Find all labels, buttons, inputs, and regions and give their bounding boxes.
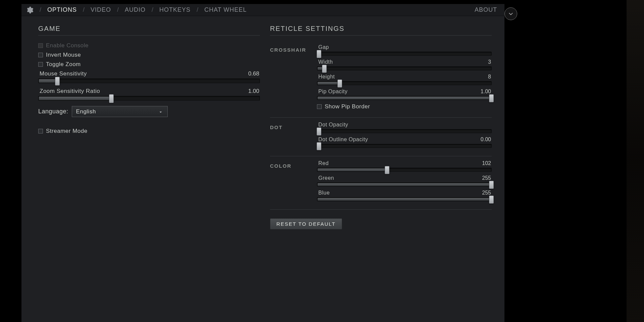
slider-thumb[interactable] [489,181,494,189]
slider-track[interactable] [317,182,492,186]
checkbox-label: Toggle Zoom [46,61,81,68]
slider-label: Gap [318,44,329,50]
tab-video[interactable]: VIDEO [87,6,115,13]
slider-fill [318,183,492,186]
slider-track[interactable] [38,96,260,101]
top-bar: / OPTIONS / VIDEO / AUDIO / HOTKEYS / CH… [21,4,504,16]
slider-thumb[interactable] [322,65,327,73]
settings-panel: / OPTIONS / VIDEO / AUDIO / HOTKEYS / CH… [21,4,504,322]
panel-collapse-button[interactable] [504,7,517,20]
slider-track[interactable] [317,52,492,56]
language-select[interactable]: English [72,106,168,117]
pip-opacity-slider[interactable]: Pip Opacity 1.00 [317,89,492,100]
language-label: Language: [38,108,68,115]
height-slider[interactable]: Height 8 [317,74,492,85]
content-area: GAME Enable Console Invert Mouse Toggle … [21,16,504,229]
chevron-down-icon [158,109,163,115]
tab-hotkeys[interactable]: HOTKEYS [155,6,195,13]
slider-value: 8 [488,74,491,80]
background-left-strip [0,0,22,322]
group-name: CROSSHAIR [270,47,317,53]
blue-slider[interactable]: Blue 255 [317,190,492,201]
slider-track[interactable] [317,129,492,133]
slider-thumb[interactable] [317,127,321,136]
tab-bar: / OPTIONS / VIDEO / AUDIO / HOTKEYS / CH… [38,6,471,13]
slider-value: 102 [482,160,491,166]
dot-outline-opacity-slider[interactable]: Dot Outline Opacity 0.00 [317,137,492,148]
tab-divider: / [81,6,87,13]
language-row: Language: English [38,106,260,117]
streamer-mode-checkbox[interactable]: Streamer Mode [38,128,260,135]
slider-label: Height [318,74,335,80]
zoom-sensitivity-slider[interactable]: Zoom Sensitivity Ratio 1.00 [38,88,260,101]
slider-fill [318,168,387,171]
tab-audio[interactable]: AUDIO [121,6,150,13]
chevron-down-icon [508,11,514,17]
reticle-column: RETICLE SETTINGS CROSSHAIR Gap [270,25,492,229]
reset-to-default-button[interactable]: RESET TO DEFAULT [270,218,342,229]
checkbox-label: Invert Mouse [46,52,81,58]
slider-label: Dot Outline Opacity [318,137,368,143]
slider-value: 1.00 [248,88,259,95]
slider-track[interactable] [317,197,492,201]
red-slider[interactable]: Red 102 [317,160,492,172]
game-section-title: GAME [38,25,260,36]
slider-thumb[interactable] [55,77,60,86]
tab-divider: / [38,6,43,13]
checkbox-icon [38,129,43,133]
slider-track[interactable] [317,81,492,85]
checkbox-label: Enable Console [46,42,89,49]
crosshair-group: CROSSHAIR Gap Width [270,42,492,118]
show-pip-border-checkbox[interactable]: Show Pip Border [317,103,492,110]
slider-thumb[interactable] [385,166,389,174]
slider-label: Pip Opacity [318,89,347,95]
slider-label: Dot Opacity [318,122,348,128]
slider-fill [318,198,492,201]
slider-value: 0.00 [481,137,491,143]
slider-track[interactable] [317,168,492,172]
invert-mouse-checkbox[interactable]: Invert Mouse [38,52,260,58]
dot-opacity-slider[interactable]: Dot Opacity [317,122,492,133]
tab-chat-wheel[interactable]: CHAT WHEEL [200,6,251,13]
dot-group: DOT Dot Opacity Dot [270,120,492,156]
slider-value: 3 [488,59,491,65]
slider-value: 1.00 [481,89,491,95]
green-slider[interactable]: Green 255 [317,175,492,186]
slider-value: 255 [482,175,491,181]
slider-track[interactable] [317,144,492,148]
checkbox-label: Streamer Mode [46,128,88,135]
checkbox-label: Show Pip Border [325,103,370,110]
slider-label: Width [318,59,333,65]
slider-fill [39,97,112,100]
checkbox-icon [38,62,43,67]
gap-slider[interactable]: Gap [317,44,492,56]
tab-divider: / [195,6,200,13]
tab-options[interactable]: OPTIONS [43,6,81,13]
slider-fill [318,97,492,99]
slider-thumb[interactable] [337,79,342,88]
tab-divider: / [115,6,121,13]
gear-icon [25,5,34,15]
slider-label: Green [318,175,334,181]
slider-thumb[interactable] [317,142,321,150]
enable-console-checkbox: Enable Console [38,42,260,49]
slider-track[interactable] [38,78,260,83]
slider-label: Blue [318,190,330,196]
tab-divider: / [150,6,155,13]
slider-thumb[interactable] [489,94,494,102]
mouse-sensitivity-slider[interactable]: Mouse Sensitivity 0.68 [38,70,260,83]
slider-thumb[interactable] [317,50,321,58]
checkbox-icon [38,53,43,57]
slider-thumb[interactable] [109,94,114,103]
slider-thumb[interactable] [489,196,494,204]
checkbox-icon [38,43,43,48]
slider-track[interactable] [317,66,492,70]
width-slider[interactable]: Width 3 [317,59,492,70]
tab-about[interactable]: ABOUT [471,6,501,13]
slider-label: Red [318,160,329,166]
background-right-strip [627,0,644,322]
toggle-zoom-checkbox[interactable]: Toggle Zoom [38,61,260,68]
slider-label: Mouse Sensitivity [40,70,87,77]
slider-value: 0.68 [248,70,259,77]
slider-track[interactable] [317,96,492,100]
